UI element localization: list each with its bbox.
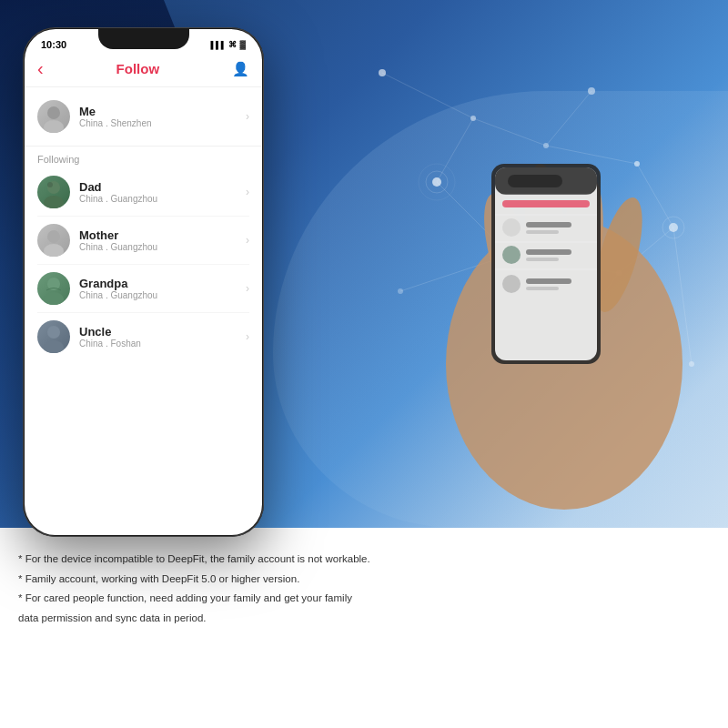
- dad-info: Dad China . Guangzhou: [79, 180, 246, 204]
- follow-title: Follow: [116, 61, 160, 76]
- hand-phone-graphic: [364, 109, 710, 510]
- svg-rect-49: [526, 278, 571, 284]
- grandpa-avatar: [37, 272, 70, 305]
- bottom-info-section: * For the device incompatible to DeepFit…: [0, 532, 728, 728]
- note-3: * For cared people function, need adding…: [18, 590, 437, 608]
- contact-grandpa-row[interactable]: Grandpa China . Guangzhou ›: [37, 265, 249, 313]
- svg-rect-36: [508, 175, 562, 187]
- contact-mother-row[interactable]: Mother China . Guangzhou ›: [37, 217, 249, 265]
- uncle-avatar: [37, 320, 70, 353]
- svg-rect-41: [526, 222, 571, 228]
- svg-point-0: [379, 69, 386, 76]
- mother-name: Mother: [79, 228, 246, 242]
- phone-mockup: 10:30 ▌▌▌ ⌘ ▓ ‹ Follow 👤: [23, 27, 264, 537]
- note-1: * For the device incompatible to DeepFit…: [18, 551, 437, 569]
- battery-icon: ▓: [239, 40, 246, 49]
- nav-header: ‹ Follow 👤: [25, 55, 262, 87]
- svg-point-40: [502, 218, 521, 237]
- wifi-icon: ⌘: [228, 40, 237, 49]
- me-section: Me China . Shenzhen ›: [25, 87, 262, 147]
- svg-point-61: [44, 340, 64, 353]
- note-4: data permission and sync data in period.: [18, 610, 437, 628]
- mother-location: China . Guangzhou: [79, 242, 246, 252]
- uncle-location: China . Foshan: [79, 339, 246, 349]
- grandpa-chevron: ›: [246, 282, 249, 295]
- svg-point-56: [47, 230, 60, 243]
- grandpa-location: China . Guangzhou: [79, 290, 246, 300]
- me-avatar: [37, 100, 70, 133]
- svg-point-52: [44, 120, 64, 133]
- grandpa-name: Grandpa: [79, 277, 246, 290]
- mother-chevron: ›: [246, 234, 249, 247]
- following-label: Following: [25, 147, 262, 168]
- uncle-info: Uncle China . Foshan: [79, 325, 246, 349]
- svg-point-60: [47, 326, 60, 339]
- phone-notch: [98, 29, 189, 49]
- svg-point-44: [502, 246, 521, 264]
- svg-rect-45: [526, 249, 571, 255]
- uncle-chevron: ›: [246, 330, 249, 343]
- svg-rect-34: [495, 167, 597, 360]
- svg-rect-38: [502, 200, 590, 207]
- me-row[interactable]: Me China . Shenzhen ›: [37, 95, 249, 138]
- dad-avatar: [37, 176, 70, 208]
- contact-uncle-row[interactable]: Uncle China . Foshan ›: [37, 313, 249, 360]
- svg-rect-42: [526, 230, 559, 234]
- svg-point-59: [44, 292, 64, 305]
- following-list: Dad China . Guangzhou › Mother: [25, 168, 262, 360]
- mother-info: Mother China . Guangzhou: [79, 228, 246, 252]
- me-name: Me: [79, 105, 246, 118]
- dad-name: Dad: [79, 180, 246, 194]
- svg-point-48: [502, 275, 521, 293]
- me-info: Me China . Shenzhen: [79, 105, 246, 128]
- svg-point-57: [44, 244, 64, 257]
- me-chevron: ›: [246, 110, 249, 123]
- svg-point-51: [47, 106, 60, 119]
- grandpa-info: Grandpa China . Guangzhou: [79, 277, 246, 300]
- contact-dad-row[interactable]: Dad China . Guangzhou ›: [37, 168, 249, 217]
- svg-rect-50: [526, 287, 559, 290]
- svg-rect-46: [526, 258, 559, 261]
- back-button[interactable]: ‹: [37, 58, 44, 79]
- dad-location: China . Guangzhou: [79, 194, 246, 204]
- svg-point-54: [44, 196, 64, 208]
- add-person-icon[interactable]: 👤: [232, 61, 249, 77]
- note-2: * Family account, working with DeepFit 5…: [18, 571, 437, 589]
- status-time: 10:30: [41, 39, 66, 50]
- phone-screen: 10:30 ▌▌▌ ⌘ ▓ ‹ Follow 👤: [25, 29, 262, 535]
- status-icons: ▌▌▌ ⌘ ▓: [210, 40, 246, 49]
- svg-point-55: [47, 182, 53, 187]
- mother-avatar: [37, 224, 70, 257]
- phone-body: 10:30 ▌▌▌ ⌘ ▓ ‹ Follow 👤: [23, 27, 264, 537]
- dad-chevron: ›: [246, 186, 249, 198]
- uncle-name: Uncle: [79, 325, 246, 339]
- signal-icon: ▌▌▌: [210, 41, 226, 49]
- me-location: China . Shenzhen: [79, 118, 246, 128]
